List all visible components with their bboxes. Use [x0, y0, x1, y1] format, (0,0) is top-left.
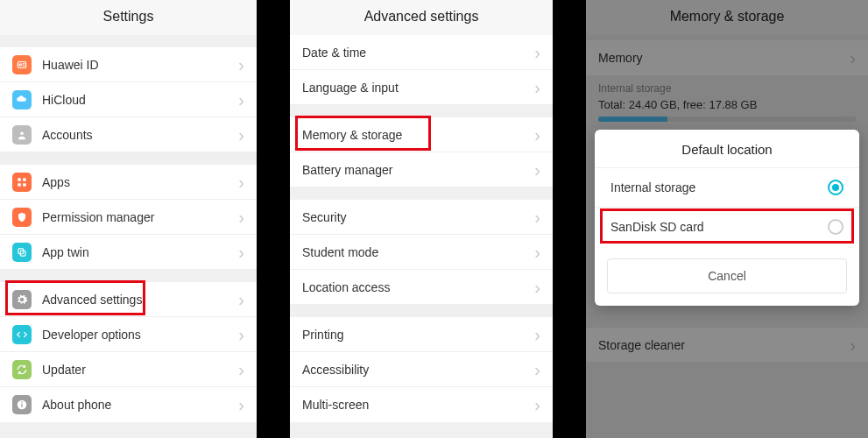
- screen-gap: [257, 0, 290, 438]
- cloud-icon: [12, 90, 32, 110]
- chevron-right-icon: ›: [238, 56, 244, 74]
- row-label: Date & time: [302, 46, 534, 60]
- row-accounts[interactable]: Accounts ›: [0, 117, 257, 152]
- grid-icon: [12, 173, 32, 192]
- row-label: Updater: [42, 363, 238, 377]
- chevron-right-icon: ›: [534, 361, 540, 378]
- row-accessibility[interactable]: Accessibility ›: [290, 352, 553, 387]
- advanced-settings-screen: Advanced settings Date & time › Language…: [290, 0, 553, 438]
- row-label: HiCloud: [42, 93, 238, 107]
- row-app-twin[interactable]: App twin ›: [0, 235, 257, 270]
- row-updater[interactable]: Updater ›: [0, 352, 257, 387]
- row-label: Permission manager: [42, 210, 238, 224]
- row-label: Battery manager: [302, 163, 534, 177]
- row-student-mode[interactable]: Student mode ›: [290, 235, 553, 270]
- row-label: Advanced settings: [42, 293, 238, 307]
- row-security[interactable]: Security ›: [290, 200, 553, 235]
- page-title: Advanced settings: [290, 0, 553, 35]
- default-location-dialog: Default location Internal storage SanDis…: [595, 130, 859, 306]
- row-label: Accessibility: [302, 363, 534, 377]
- user-icon: [12, 125, 32, 145]
- row-advanced-settings[interactable]: Advanced settings ›: [0, 282, 257, 317]
- svg-rect-5: [18, 178, 21, 181]
- gear-icon: [12, 290, 32, 309]
- cancel-button[interactable]: Cancel: [607, 258, 847, 293]
- row-about-phone[interactable]: About phone ›: [0, 387, 257, 422]
- row-label: Multi-screen: [302, 398, 534, 412]
- option-internal-storage[interactable]: Internal storage: [595, 168, 859, 207]
- divider: [290, 305, 553, 317]
- row-huawei-id[interactable]: Huawei ID ›: [0, 47, 257, 82]
- chevron-right-icon: ›: [238, 326, 244, 343]
- svg-rect-7: [18, 183, 21, 187]
- row-date-time[interactable]: Date & time ›: [290, 35, 553, 70]
- twin-icon: [12, 243, 32, 262]
- chevron-right-icon: ›: [238, 173, 244, 191]
- chevron-right-icon: ›: [534, 244, 540, 261]
- row-memory-storage[interactable]: Memory & storage ›: [290, 117, 553, 152]
- row-permission-manager[interactable]: Permission manager ›: [0, 200, 257, 235]
- row-label: Accounts: [42, 128, 238, 142]
- row-language-input[interactable]: Language & input ›: [290, 70, 553, 105]
- chevron-right-icon: ›: [238, 396, 244, 413]
- update-icon: [12, 360, 32, 379]
- row-label: Developer options: [42, 328, 238, 342]
- row-label: Apps: [42, 175, 238, 189]
- row-multi-screen[interactable]: Multi-screen ›: [290, 387, 553, 422]
- divider: [0, 152, 257, 165]
- chevron-right-icon: ›: [534, 79, 540, 96]
- divider: [0, 270, 257, 282]
- chevron-right-icon: ›: [534, 396, 540, 413]
- svg-point-1: [19, 63, 21, 65]
- chevron-right-icon: ›: [238, 291, 244, 308]
- row-label: Student mode: [302, 245, 534, 259]
- chevron-right-icon: ›: [238, 126, 244, 144]
- row-apps[interactable]: Apps ›: [0, 165, 257, 200]
- option-sandisk-sd[interactable]: SanDisk SD card: [595, 208, 859, 246]
- chevron-right-icon: ›: [238, 244, 244, 261]
- row-label: Location access: [302, 280, 534, 294]
- row-hicloud[interactable]: HiCloud ›: [0, 82, 257, 117]
- id-icon: [12, 55, 32, 74]
- settings-screen: Settings Huawei ID › HiCloud › Accounts …: [0, 0, 257, 438]
- row-developer-options[interactable]: Developer options ›: [0, 317, 257, 352]
- info-icon: [12, 395, 32, 414]
- divider: [0, 35, 257, 47]
- shield-icon: [12, 208, 32, 227]
- memory-storage-screen: Memory & storage Memory › Internal stora…: [586, 0, 868, 438]
- row-printing[interactable]: Printing ›: [290, 317, 553, 352]
- option-label: Internal storage: [610, 180, 828, 194]
- chevron-right-icon: ›: [534, 208, 540, 226]
- radio-unselected-icon: [828, 219, 843, 235]
- divider: [290, 187, 553, 200]
- chevron-right-icon: ›: [238, 91, 244, 109]
- svg-rect-8: [23, 183, 26, 187]
- chevron-right-icon: ›: [534, 161, 540, 179]
- svg-rect-12: [21, 404, 22, 407]
- row-label: Huawei ID: [42, 58, 238, 72]
- chevron-right-icon: ›: [534, 279, 540, 296]
- row-location-access[interactable]: Location access ›: [290, 270, 553, 305]
- row-label: Printing: [302, 328, 534, 342]
- row-label: App twin: [42, 245, 238, 259]
- chevron-right-icon: ›: [534, 326, 540, 343]
- row-label: Security: [302, 210, 534, 224]
- page-title: Settings: [0, 0, 257, 35]
- chevron-right-icon: ›: [534, 126, 540, 144]
- svg-rect-6: [23, 178, 26, 181]
- chevron-right-icon: ›: [238, 361, 244, 378]
- svg-point-13: [21, 401, 23, 403]
- row-label: About phone: [42, 398, 238, 412]
- screen-gap: [553, 0, 586, 438]
- row-label: Memory & storage: [302, 128, 534, 142]
- row-label: Language & input: [302, 81, 534, 95]
- radio-selected-icon: [828, 180, 843, 195]
- chevron-right-icon: ›: [534, 44, 540, 61]
- chevron-right-icon: ›: [238, 208, 244, 226]
- code-icon: [12, 325, 32, 344]
- row-battery-manager[interactable]: Battery manager ›: [290, 152, 553, 187]
- svg-point-4: [20, 131, 24, 135]
- divider: [290, 105, 553, 117]
- option-label: SanDisk SD card: [610, 220, 828, 234]
- dialog-title: Default location: [595, 130, 859, 168]
